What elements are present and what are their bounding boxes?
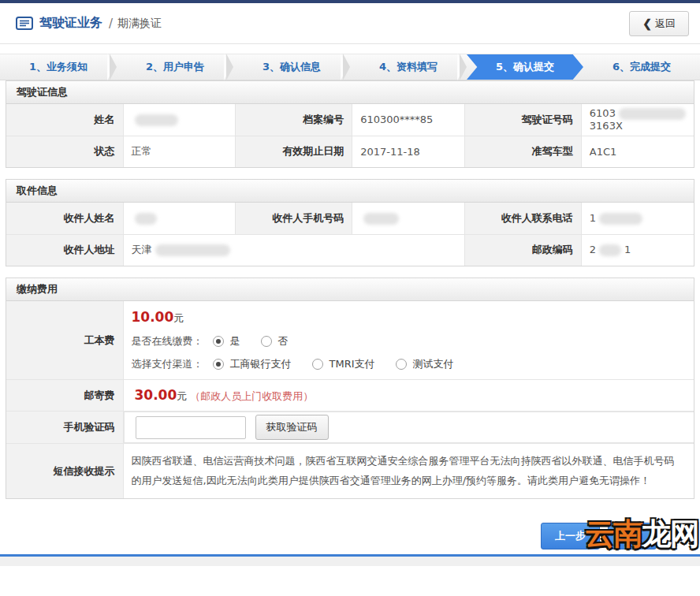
redacted-address	[155, 244, 230, 256]
name-value	[123, 104, 236, 136]
expiry-label: 有效期止日期	[236, 136, 352, 167]
table-row: 状态 正常 有效期止日期 2017-11-18 准驾车型 A1C1	[6, 136, 694, 167]
page-title: 驾驶证业务	[39, 15, 102, 32]
table-row: 收件人地址 天津 邮政编码 21	[6, 234, 694, 266]
pickup-info-table: 收件人姓名 收件人手机号码 收件人联系电话 1 收件人地址 天津 邮政编码 21	[6, 203, 694, 266]
expiry-value: 2017-11-18	[352, 136, 465, 167]
radio-unselected-icon[interactable]	[396, 359, 407, 370]
table-row: 工本费 10.00元 是否在线缴费： 是 否 选	[6, 301, 694, 380]
vehicle-class-value: A1C1	[581, 136, 694, 167]
license-no-label: 驾驶证号码	[464, 104, 581, 136]
back-button[interactable]: ❮ 返回	[629, 11, 689, 36]
redacted-tel	[599, 213, 642, 225]
pickup-section-title: 取件信息	[6, 180, 694, 203]
table-row: 收件人姓名 收件人手机号码 收件人联系电话 1	[6, 203, 694, 234]
vehicle-class-label: 准驾车型	[464, 136, 581, 167]
recipient-tel-label: 收件人联系电话	[464, 203, 581, 234]
back-button-label: 返回	[655, 17, 676, 31]
online-pay-yes-label: 是	[230, 334, 240, 348]
online-pay-row: 是否在线缴费： 是 否	[132, 334, 694, 348]
name-label: 姓名	[6, 104, 123, 136]
captcha-label: 手机验证码	[6, 412, 123, 444]
online-pay-no-option[interactable]: 否	[261, 334, 289, 348]
redacted-name	[135, 114, 178, 126]
submit-button[interactable]: 提交	[608, 523, 657, 549]
channel-icbc-label: 工商银行支付	[230, 357, 292, 371]
step-6-complete[interactable]: 6、完成提交	[583, 54, 700, 80]
recipient-tel-value: 1	[581, 203, 694, 234]
recipient-name-label: 收件人姓名	[6, 203, 123, 234]
redacted-recipient-name	[135, 213, 157, 225]
status-value: 正常	[123, 136, 236, 167]
file-no-value: 610300****85	[352, 104, 465, 136]
step-3-confirm-info[interactable]: 3、确认信息	[233, 54, 350, 80]
breadcrumb-divider: /	[109, 17, 113, 31]
step-4-fill-data[interactable]: 4、资料填写	[350, 54, 467, 80]
sms-tip-text: 因陕西省联通、电信运营商技术问题，陕西省互联网交通安全综合服务管理平台无法向持陕…	[123, 444, 694, 499]
table-row: 短信接收提示 因陕西省联通、电信运营商技术问题，陕西省互联网交通安全综合服务管理…	[6, 444, 694, 499]
postcode-value: 21	[581, 234, 694, 266]
postcode-label: 邮政编码	[464, 234, 581, 266]
radio-selected-icon[interactable]	[213, 359, 224, 370]
recipient-mobile-value	[352, 203, 465, 234]
step-2-declaration[interactable]: 2、用户申告	[117, 54, 233, 80]
footer-actions: 上一步 提交 云南龙网	[0, 510, 700, 554]
table-row: 姓名 档案编号 610300****85 驾驶证号码 61033163X	[6, 104, 694, 136]
postage-note: （邮政人员上门收取费用）	[190, 390, 313, 402]
pay-channel-label: 选择支付渠道：	[132, 357, 203, 371]
channel-test-option[interactable]: 测试支付	[396, 357, 454, 371]
table-row: 邮寄费 30.00元（邮政人员上门收取费用）	[6, 380, 694, 412]
channel-tmri-option[interactable]: TMRI支付	[312, 357, 375, 371]
production-fee-cell: 10.00元 是否在线缴费： 是 否 选择支付渠道：	[123, 301, 694, 380]
postage-fee-cell: 30.00元（邮政人员上门收取费用）	[123, 380, 694, 412]
captcha-input[interactable]	[136, 416, 246, 439]
channel-icbc-option[interactable]: 工商银行支付	[213, 357, 292, 371]
redacted-license-no	[619, 108, 686, 120]
redacted-mobile	[363, 213, 399, 225]
channel-test-label: 测试支付	[413, 357, 454, 371]
fees-table: 工本费 10.00元 是否在线缴费： 是 否 选	[6, 301, 694, 498]
online-pay-yes-option[interactable]: 是	[213, 334, 240, 348]
production-fee-label: 工本费	[6, 301, 123, 380]
recipient-mobile-label: 收件人手机号码	[236, 203, 352, 234]
address-value: 天津	[123, 234, 464, 266]
radio-unselected-icon[interactable]	[261, 336, 272, 347]
redacted-postcode	[599, 244, 621, 256]
recipient-name-value	[123, 203, 236, 234]
online-pay-label: 是否在线缴费：	[132, 334, 203, 348]
step-progress-bar: 1、业务须知 2、用户申告 3、确认信息 4、资料填写 5、确认提交 6、完成提…	[0, 54, 700, 80]
license-section-title: 驾驶证信息	[6, 81, 694, 104]
postage-fee-label: 邮寄费	[6, 380, 123, 412]
captcha-cell: 获取验证码	[124, 412, 694, 443]
radio-unselected-icon[interactable]	[312, 359, 323, 370]
table-row: 手机验证码 获取验证码	[6, 412, 694, 444]
online-pay-no-label: 否	[278, 334, 289, 348]
bottom-background-strip	[0, 557, 700, 566]
breadcrumb-current: 期满换证	[117, 17, 162, 31]
get-captcha-button[interactable]: 获取验证码	[255, 415, 329, 440]
channel-tmri-label: TMRI支付	[330, 357, 375, 371]
address-label: 收件人地址	[6, 234, 123, 266]
pickup-info-section: 取件信息 收件人姓名 收件人手机号码 收件人联系电话 1 收件人地址 天津 邮政…	[6, 179, 694, 266]
file-no-label: 档案编号	[236, 104, 352, 136]
step-1-notice[interactable]: 1、业务须知	[0, 54, 117, 80]
fees-section-title: 缴纳费用	[6, 278, 694, 301]
pay-channel-row: 选择支付渠道： 工商银行支付 TMRI支付 测试支付	[132, 357, 694, 371]
step-5-confirm-submit[interactable]: 5、确认提交	[467, 54, 583, 80]
previous-step-button[interactable]: 上一步	[541, 523, 600, 549]
license-info-section: 驾驶证信息 姓名 档案编号 610300****85 驾驶证号码 6103316…	[6, 80, 694, 168]
license-info-table: 姓名 档案编号 610300****85 驾驶证号码 61033163X 状态 …	[6, 104, 694, 167]
sms-tip-label: 短信接收提示	[6, 444, 123, 499]
back-chevron-icon: ❮	[642, 17, 652, 30]
radio-selected-icon[interactable]	[213, 336, 224, 347]
fees-section: 缴纳费用 工本费 10.00元 是否在线缴费： 是 否	[6, 278, 694, 499]
license-business-icon	[16, 17, 33, 30]
license-no-value: 61033163X	[581, 104, 694, 136]
page-header: 驾驶证业务 / 期满换证 ❮ 返回	[0, 3, 700, 44]
status-label: 状态	[6, 136, 123, 167]
production-fee-amount: 10.00元	[132, 309, 694, 326]
